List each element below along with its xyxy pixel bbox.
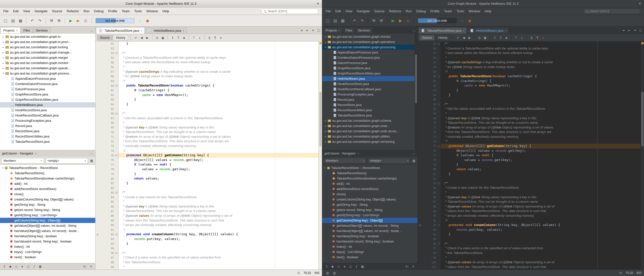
toggle-breadcrumbs-icon[interactable]: ▤ [332,270,337,276]
gutter-line[interactable]: 56 [418,56,440,60]
code-line[interactable]: * [441,111,640,116]
notifications-icon[interactable]: ⊙ [297,271,300,275]
gutter-line[interactable]: 81 [96,181,118,186]
twisty-icon[interactable]: ▸ [2,62,5,64]
gutter-line[interactable]: 71 [418,125,440,130]
title-bar[interactable]: Core Graph Module - Apache NetBeans IDE … [322,0,644,8]
gutter-line[interactable]: 69 [96,125,118,130]
last-edit-icon[interactable]: ↩ [455,35,461,40]
panel-tab-projects[interactable]: Projects× [323,27,343,33]
garbage-collect-icon[interactable]: ◌ [459,17,466,24]
code-line[interactable]: */ [441,70,640,74]
navigator-member[interactable]: getColumn(String key) : Object[][] [322,218,418,223]
save-all-icon[interactable]: ▦ [339,17,346,24]
scroll-tabs-right-icon[interactable]: ▸ [626,28,632,33]
tree-item-file[interactable]: HookRecordStore.java [0,108,95,113]
menu-help[interactable]: Help [482,8,494,14]
close-navigator-icon[interactable]: × [357,152,359,155]
gutter-line[interactable]: 61 [418,79,440,84]
code-line[interactable]: /** [441,242,640,246]
menu-run[interactable]: Run [81,8,92,14]
scrollbar-thumb[interactable] [415,54,417,104]
navigator-member[interactable]: getAll(String key) : List<String> [0,212,95,218]
code-line[interactable]: * @param key A {@link String value} repr… [441,195,640,200]
toggle-bookmark-icon[interactable]: ◈ [181,35,187,40]
gutter-line[interactable]: ◎92⊟ [96,232,118,237]
twisty-icon[interactable]: ▾ [2,72,5,75]
navigator-member[interactable]: TabularRecordStore() [322,170,418,176]
show-fields-icon[interactable]: ◆ [8,264,13,269]
undo-icon[interactable]: ↶ [351,17,358,24]
navigator-member[interactable]: TabularRecordStore(boolean cacheStrings) [0,176,95,181]
code-line[interactable]: */ [118,228,318,232]
gutter-line[interactable]: 58 [96,74,118,79]
code-line[interactable]: * TabularRecordStore. This can be though… [441,120,640,125]
comment-icon[interactable]: § [529,35,534,40]
code-line[interactable]: * [441,190,640,195]
menu-run[interactable]: Run [404,8,414,14]
show-methods-icon[interactable]: ● [20,264,25,269]
new-file-icon[interactable]: ▢ [324,17,331,24]
uncomment-icon[interactable]: ¶ [534,35,540,40]
code-line[interactable]: * this TabularRecordStore. [441,251,640,256]
profile-project-icon[interactable]: ◴ [404,17,412,24]
navigator-member[interactable]: get(int record, String key) : String [322,207,418,212]
gutter-line[interactable]: 95 [96,246,118,251]
tree-item-package[interactable]: ▸au.gov.asd.tac.constellation.graph.mana… [0,50,95,55]
navigator-member[interactable]: getColumn(String key) : Object[][] [0,218,95,223]
gutter-line[interactable]: 73 [96,144,118,148]
navigator-member[interactable]: add(RecordStore recordStore) [322,186,418,192]
code-line[interactable]: if (values == null) { [118,162,318,167]
forward-icon[interactable]: ▶ [144,35,150,40]
tree-item-file[interactable]: RecordStore.java [0,128,95,134]
fold-icon[interactable]: ⊟ [437,224,440,226]
gutter-line[interactable]: 55 [96,60,118,65]
navigator-member[interactable]: getValue(Object[][] values, int record) … [0,223,95,228]
gutter-line[interactable]: 93 [418,228,440,232]
code-line[interactable]: /** [441,102,640,107]
show-constructors-icon[interactable]: ◇ [336,264,341,269]
close-tab-icon[interactable]: × [505,29,506,32]
code-line[interactable]: * Get the values associated with a colum… [118,116,318,121]
gutter-line[interactable]: ◎92⊟ [418,223,440,228]
code-line[interactable]: * @param values An array of arrays of {@… [441,204,640,209]
tree-item-file[interactable]: HookRecordStoreCallback.java [0,113,95,118]
fold-icon[interactable]: ⊟ [114,84,118,87]
gutter-line[interactable]: 77 [96,162,118,167]
sort-alpha-icon[interactable]: A↓ [82,264,88,269]
previous-error-icon[interactable]: ⇡ [191,35,196,40]
code-line[interactable]: * TabularRecordStore. This can be though… [441,200,640,204]
navigator-member[interactable]: close() [322,192,418,197]
gutter-line[interactable]: 76 [418,148,440,153]
gutter-line[interactable]: 93 [96,237,118,242]
fold-icon[interactable]: ⊟ [437,145,440,148]
twisty-icon[interactable]: ▾ [323,167,327,169]
navigator-member[interactable]: get(int record, String key) : String [0,207,95,212]
undo-icon[interactable]: ↶ [29,17,36,24]
navigator-filter-select[interactable]: Members ▾ [2,158,44,164]
code-line[interactable]: } [118,42,318,46]
navigator-member[interactable]: hasValue(int record, String key) : boole… [322,239,418,244]
tree-item-file[interactable]: HelloNetBeans.java [322,76,418,81]
fold-icon[interactable]: ⊟ [114,154,118,157]
gutter-line[interactable]: 64 [96,102,118,107]
menu-profile[interactable]: Profile [106,8,120,14]
code-line[interactable]: * Check if a value exists in the specifi… [441,246,640,251]
next-error-icon[interactable]: ⇣ [197,35,202,40]
gutter-line[interactable]: 88 [418,204,440,209]
gutter-line[interactable]: 86 [96,204,118,209]
clean-build-project-icon[interactable]: ⚒ [378,17,385,24]
code-line[interactable]: */ [441,218,640,223]
sort-alpha-icon[interactable]: A↓ [404,264,410,269]
menu-refactor[interactable]: Refactor [64,8,81,14]
scroll-tabs-left-icon[interactable]: ◂ [621,28,626,33]
menu-edit[interactable]: Edit [11,8,21,14]
tree-item-file[interactable]: RecordStoreUtilities.java [0,134,95,139]
navigator-settings-icon[interactable]: ▦ [412,159,416,162]
gutter-line[interactable]: 83⊟ [418,181,440,186]
code-line[interactable]: * @param cacheStrings A flag indicating … [118,70,318,74]
panel-tab-services[interactable]: Services [355,27,373,33]
twisty-icon[interactable]: ▸ [2,36,5,38]
menu-debug[interactable]: Debug [92,8,106,14]
find-selection-icon[interactable]: ◎ [154,35,160,40]
